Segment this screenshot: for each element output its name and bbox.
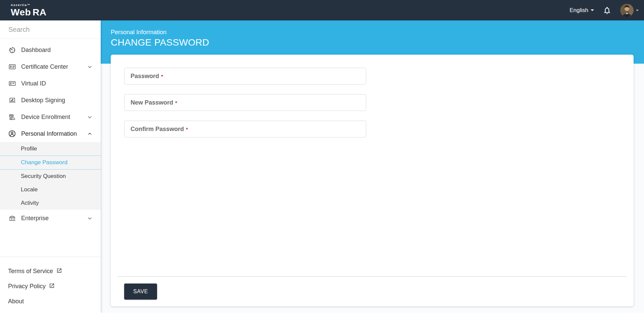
footer-link-label: About — [8, 298, 24, 305]
caret-down-icon — [591, 9, 594, 11]
footer-link-label: Privacy Policy — [8, 283, 46, 290]
save-button[interactable]: SAVE — [124, 284, 157, 300]
sidebar-item-virtual-id[interactable]: Virtual ID — [0, 75, 101, 92]
sidebar-item-label: Enterprise — [21, 215, 82, 222]
sidebar-item-device-enrollment[interactable]: Device Enrollment — [0, 109, 101, 125]
personal-information-submenu: Profile Change Password Security Questio… — [0, 142, 101, 210]
device-enrollment-icon — [8, 113, 16, 121]
subitem-label: Locale — [21, 186, 38, 193]
footer-link-label: Terms of Service — [8, 268, 53, 275]
sidebar-item-dashboard[interactable]: Dashboard — [0, 42, 101, 58]
avatar — [620, 4, 634, 17]
breadcrumb: Personal Information — [111, 29, 644, 36]
chevron-up-icon — [87, 131, 93, 137]
sidebar-item-label: Dashboard — [21, 47, 93, 54]
language-selector[interactable]: English — [569, 7, 594, 14]
navbar-right: English — [569, 4, 639, 17]
brand-ascertia: Ascertia™ — [11, 4, 47, 7]
required-asterisk: * — [161, 73, 163, 79]
sidebar-item-label: Desktop Signing — [21, 97, 93, 104]
sidebar-subitem-locale[interactable]: Locale — [0, 183, 101, 196]
sidebar-menu: Dashboard Certificate Center Virtual — [0, 39, 101, 227]
subitem-label: Profile — [21, 145, 37, 152]
new-password-field-label: New Password — [131, 99, 173, 106]
privacy-policy-link[interactable]: Privacy Policy — [0, 279, 101, 294]
terms-of-service-link[interactable]: Terms of Service — [0, 264, 101, 279]
required-asterisk: * — [175, 100, 177, 106]
sidebar-footer: Terms of Service Privacy Policy About — [0, 257, 101, 313]
sidebar-item-label: Certificate Center — [21, 63, 82, 70]
id-card-icon — [8, 79, 16, 87]
sidebar-subitem-change-password[interactable]: Change Password — [0, 155, 101, 170]
form-divider — [117, 276, 627, 277]
sidebar-item-personal-information[interactable]: Personal Information — [0, 125, 101, 142]
sidebar-item-certificate-center[interactable]: Certificate Center — [0, 58, 101, 75]
sidebar-search — [0, 20, 101, 39]
subitem-label: Security Question — [21, 173, 66, 180]
password-field-label: Password — [131, 73, 159, 80]
sidebar-item-label: Personal Information — [21, 130, 82, 137]
main-content: Personal Information CHANGE PASSWORD Pas… — [101, 20, 644, 313]
sidebar: Dashboard Certificate Center Virtual — [0, 20, 101, 313]
dashboard-gauge-icon — [8, 46, 16, 54]
main-layout: Dashboard Certificate Center Virtual — [0, 20, 644, 313]
confirm-password-field-label: Confirm Password — [131, 126, 184, 133]
webra-app: Ascertia™ WebRA English — [0, 0, 644, 313]
brand-logo[interactable]: Ascertia™ WebRA — [11, 4, 47, 17]
confirm-password-field[interactable]: Confirm Password * — [124, 121, 366, 137]
subitem-label: Change Password — [21, 159, 67, 166]
new-password-field[interactable]: New Password * — [124, 94, 366, 111]
language-label: English — [569, 7, 588, 14]
certificate-icon — [8, 63, 16, 71]
user-menu[interactable] — [620, 4, 639, 17]
about-link[interactable]: About — [0, 294, 101, 309]
sidebar-item-label: Device Enrollment — [21, 114, 82, 121]
sidebar-subitem-activity[interactable]: Activity — [0, 196, 101, 210]
page-title: CHANGE PASSWORD — [111, 37, 644, 48]
bank-icon — [8, 214, 16, 222]
brand-webra: WebRA — [11, 8, 47, 17]
chevron-down-icon — [87, 64, 93, 70]
search-input[interactable] — [8, 26, 92, 34]
person-circle-icon — [8, 130, 16, 138]
subitem-label: Activity — [21, 200, 39, 206]
sidebar-subitem-security-question[interactable]: Security Question — [0, 170, 101, 183]
sidebar-item-enterprise[interactable]: Enterprise — [0, 210, 101, 227]
sidebar-item-desktop-signing[interactable]: Desktop Signing — [0, 92, 101, 109]
external-link-icon — [56, 268, 62, 275]
desktop-signing-icon — [8, 96, 16, 104]
top-navbar: Ascertia™ WebRA English — [0, 0, 644, 20]
external-link-icon — [49, 283, 55, 290]
change-password-card: Password * New Password * Confirm Passwo… — [111, 55, 634, 306]
password-field[interactable]: Password * — [124, 68, 366, 84]
required-asterisk: * — [186, 126, 188, 132]
chevron-down-icon — [87, 114, 93, 120]
caret-down-icon — [636, 10, 639, 11]
sidebar-item-label: Virtual ID — [21, 80, 93, 87]
notifications-bell-icon[interactable] — [603, 6, 611, 15]
sidebar-subitem-profile[interactable]: Profile — [0, 142, 101, 155]
chevron-down-icon — [87, 215, 93, 221]
